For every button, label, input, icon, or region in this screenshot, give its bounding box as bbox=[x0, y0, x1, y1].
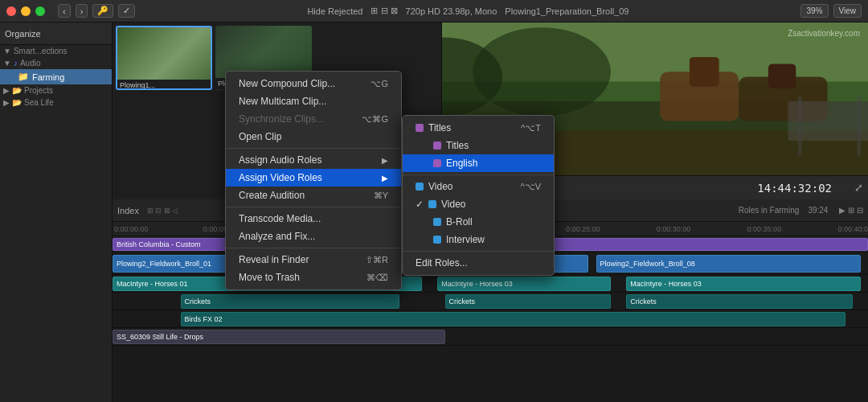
clip-image bbox=[117, 27, 211, 80]
clip-name-label: Plowing1_Preparation_Broll_09 bbox=[505, 6, 628, 16]
resolution-label: 720p HD 23.98p, Mono bbox=[406, 6, 497, 16]
traffic-lights bbox=[6, 6, 45, 16]
menu-item-new-compound[interactable]: New Compound Clip... ⌥G bbox=[226, 75, 401, 92]
close-button[interactable] bbox=[6, 6, 16, 16]
sidebar-section-smart: ▼ Smart...ections bbox=[0, 45, 112, 57]
role-dot-icon bbox=[428, 200, 436, 208]
sidebar-section-sealife: ▶ 📂 Sea Life bbox=[0, 96, 112, 109]
svg-rect-11 bbox=[798, 96, 802, 156]
menu-item-sync-clips[interactable]: Synchronize Clips... ⌥⌘G bbox=[226, 110, 401, 128]
expand-button[interactable]: ⤢ bbox=[850, 182, 868, 194]
sidebar-label-farming: Farming bbox=[32, 72, 64, 82]
browser: Plowing1... Plowing2... New Compound Cli… bbox=[113, 23, 442, 199]
clip-thumbnail[interactable]: Plowing1... bbox=[116, 26, 212, 90]
menu-item-assign-video-roles[interactable]: Assign Video Roles ▶ bbox=[226, 169, 401, 187]
submenu-arrow-icon: ▶ bbox=[382, 174, 388, 183]
menu-divider bbox=[226, 148, 401, 149]
role-dot-icon bbox=[433, 236, 441, 244]
check-button[interactable]: ✓ bbox=[118, 4, 135, 18]
sidebar-toolbar: Organize bbox=[0, 23, 112, 45]
track-row-birds: Birds FX 02 bbox=[113, 310, 868, 328]
track-clip-still[interactable]: SS_60309 Still Life - Drops bbox=[113, 330, 445, 344]
menu-item-assign-audio-roles[interactable]: Assign Audio Roles ▶ bbox=[226, 151, 401, 169]
role-dot-icon bbox=[416, 124, 424, 132]
sidebar-item-farming[interactable]: 📁 Farming bbox=[0, 69, 112, 84]
menu-item-analyze[interactable]: Analyze and Fix... bbox=[226, 228, 401, 245]
title-bar-right: 39% View bbox=[800, 4, 862, 18]
svg-rect-6 bbox=[690, 57, 719, 87]
track-clip-horses3[interactable]: MacIntyre - Horses 03 bbox=[626, 277, 860, 291]
organize-label: Organize bbox=[5, 29, 41, 39]
toolbar-icons: ⊞ ⊟ ⊠ ◁ bbox=[147, 207, 178, 215]
folder-icon: 📁 bbox=[18, 72, 29, 82]
track-row-still: SS_60309 Still Life - Drops bbox=[113, 328, 868, 346]
sidebar: Organize ▼ Smart...ections ▼ ♪ Audio 📁 F… bbox=[0, 23, 113, 402]
menu-divider bbox=[226, 248, 401, 248]
arrow-icon: ▼ bbox=[3, 59, 11, 68]
zoom-control[interactable]: 39% bbox=[800, 4, 828, 18]
arrow-icon: ▶ bbox=[3, 86, 10, 95]
menu-item-open-clip[interactable]: Open Clip bbox=[226, 128, 401, 146]
ruler-mark: 0:00:00:00 bbox=[114, 225, 149, 233]
sidebar-item-label[interactable]: Sea Life bbox=[24, 98, 54, 107]
toolbar-icons: ⊞ ⊟ ⊠ bbox=[371, 6, 397, 16]
submenu-item-broll[interactable]: B-Roll bbox=[403, 213, 554, 231]
roles-label: Roles in Farming 39:24 bbox=[739, 206, 829, 215]
title-bar: ‹ › 🔑 ✓ Hide Rejected ⊞ ⊟ ⊠ 720p HD 23.9… bbox=[0, 0, 868, 23]
track-clip-crickets3[interactable]: Crickets bbox=[626, 294, 853, 309]
menu-item-move-trash[interactable]: Move to Trash ⌘⌫ bbox=[226, 269, 401, 286]
timecode-display: 14:44:32:02 bbox=[757, 182, 832, 195]
submenu-item-video[interactable]: ✓ Video bbox=[403, 195, 554, 213]
view-button[interactable]: View bbox=[833, 4, 862, 18]
browser-preview: Plowing1... Plowing2... New Compound Cli… bbox=[113, 23, 868, 199]
index-label[interactable]: Index bbox=[117, 206, 139, 215]
context-menu: New Compound Clip... ⌥G New Multicam Cli… bbox=[225, 71, 402, 290]
key-button[interactable]: 🔑 bbox=[92, 4, 113, 18]
submenu-item-titles-header[interactable]: Titles ^⌥T bbox=[403, 119, 554, 137]
menu-item-reveal-finder[interactable]: Reveal in Finder ⇧⌘R bbox=[226, 251, 401, 269]
submenu-item-english[interactable]: English bbox=[403, 154, 554, 172]
track-clip-crickets2[interactable]: Crickets bbox=[445, 294, 612, 309]
back-button[interactable]: ‹ bbox=[58, 4, 71, 18]
role-dot-icon bbox=[416, 183, 424, 191]
role-dot-icon bbox=[433, 142, 441, 150]
role-dot-icon bbox=[433, 218, 441, 226]
menu-divider bbox=[226, 207, 401, 207]
submenu-item-video-header[interactable]: Video ^⌥V bbox=[403, 178, 554, 195]
main-layout: Organize ▼ Smart...ections ▼ ♪ Audio 📁 F… bbox=[0, 23, 868, 402]
track-clip-plowing3[interactable]: Plowing2_Fieldwork_Broll_08 bbox=[596, 255, 861, 273]
track-clip-horses2[interactable]: MacIntyre - Horses 03 bbox=[437, 277, 611, 291]
menu-item-transcode[interactable]: Transcode Media... bbox=[226, 210, 401, 228]
submenu-item-titles[interactable]: Titles bbox=[403, 137, 554, 154]
sidebar-item-label[interactable]: Smart...ections bbox=[14, 47, 68, 55]
svg-rect-12 bbox=[857, 96, 861, 156]
sidebar-item-label[interactable]: Audio bbox=[20, 59, 41, 68]
sidebar-section-projects: ▶ 📂 Projects bbox=[0, 84, 112, 96]
submenu-item-interview[interactable]: Interview bbox=[403, 231, 554, 248]
role-dot-icon bbox=[433, 159, 441, 167]
maximize-button[interactable] bbox=[35, 6, 45, 16]
ruler-mark: 0:00:30:00 bbox=[657, 225, 691, 233]
svg-rect-8 bbox=[768, 64, 796, 88]
projects-icon: 📂 bbox=[12, 86, 22, 95]
ruler-mark: 0:00:25:00 bbox=[566, 225, 600, 233]
submenu-divider bbox=[403, 251, 554, 252]
submenu-divider bbox=[403, 174, 554, 175]
track-row-crickets1: Crickets Crickets Crickets bbox=[113, 293, 868, 310]
submenu-item-edit-roles[interactable]: Edit Roles... bbox=[403, 254, 554, 272]
track-clip-birds[interactable]: Birds FX 02 bbox=[181, 312, 845, 326]
sidebar-item-label[interactable]: Projects bbox=[24, 86, 53, 95]
audio-icon: ♪ bbox=[14, 59, 18, 68]
title-bar-controls: ‹ › 🔑 ✓ bbox=[58, 4, 135, 18]
forward-button[interactable]: › bbox=[76, 4, 88, 18]
track-clip-crickets1[interactable]: Crickets bbox=[181, 294, 400, 309]
hide-rejected-label[interactable]: Hide Rejected bbox=[307, 6, 362, 16]
svg-point-4 bbox=[473, 27, 611, 116]
checkmark-icon: ✓ bbox=[416, 199, 424, 210]
menu-item-new-multicam[interactable]: New Multicam Clip... bbox=[226, 92, 401, 110]
menu-item-create-audition[interactable]: Create Audition ⌘Y bbox=[226, 187, 401, 204]
title-bar-center: Hide Rejected ⊞ ⊟ ⊠ 720p HD 23.98p, Mono… bbox=[141, 6, 794, 16]
clip-label: Plowing1... bbox=[117, 80, 211, 90]
minimize-button[interactable] bbox=[21, 6, 31, 16]
submenu-arrow-icon: ▶ bbox=[382, 156, 388, 165]
